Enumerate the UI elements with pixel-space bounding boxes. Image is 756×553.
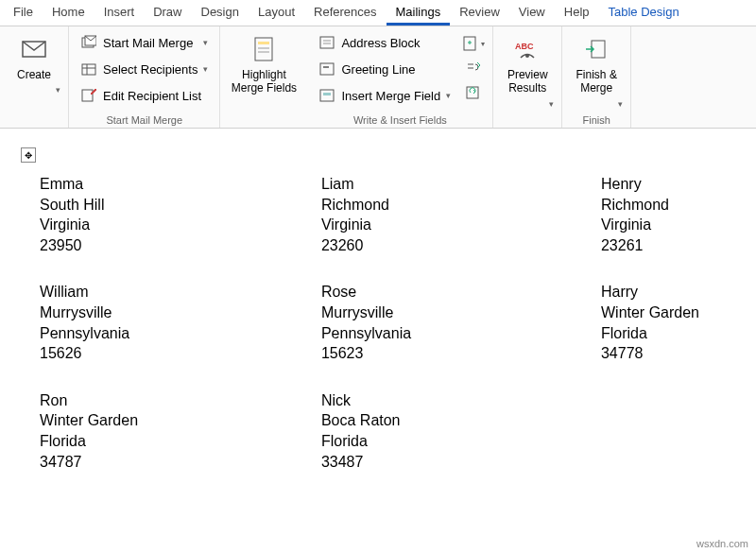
insert-field-icon xyxy=(318,88,335,103)
label-state: Virginia xyxy=(321,215,601,235)
insert-merge-field-button[interactable]: Insert Merge Field ▾ xyxy=(313,83,456,108)
tab-home[interactable]: Home xyxy=(43,1,94,25)
label-city: Murrysville xyxy=(321,302,601,323)
labels-column-1: Emma South Hill Virginia 23950 William M… xyxy=(40,174,321,472)
address-block-label: Address Block xyxy=(341,36,420,50)
svg-text:ABC: ABC xyxy=(515,42,534,51)
label-zip: 23950 xyxy=(40,235,321,256)
label-city: Winter Garden xyxy=(40,410,321,431)
highlight-label: Highlight Merge Fields xyxy=(228,68,300,95)
label-state: Florida xyxy=(321,431,601,452)
preview-results-button[interactable]: ABC Preview Results ▾ xyxy=(499,30,556,112)
label-name: William xyxy=(40,282,321,302)
select-recipients-label: Select Recipients xyxy=(103,62,198,77)
svg-rect-19 xyxy=(467,87,478,98)
ribbon-group-create: Create ▾ xyxy=(0,26,69,128)
create-envelopes-button[interactable]: Create ▾ xyxy=(6,30,62,98)
label-zip: 15623 xyxy=(321,343,601,364)
tab-layout[interactable]: Layout xyxy=(249,1,304,25)
tab-table-design[interactable]: Table Design xyxy=(599,1,689,25)
labels-column-3: Henry Richmond Virginia 23261 Harry Wint… xyxy=(601,174,741,472)
ribbon-group-start-merge: Start Mail Merge ▾ Select Recipients ▾ E… xyxy=(69,26,220,128)
tab-references[interactable]: References xyxy=(304,1,386,25)
match-fields-icon xyxy=(465,60,482,77)
start-mail-merge-label: Start Mail Merge xyxy=(103,36,193,50)
svg-rect-17 xyxy=(323,93,331,95)
rules-button[interactable]: ▾ xyxy=(462,32,485,55)
finish-label: Finish & Merge xyxy=(570,68,623,95)
label-city: Richmond xyxy=(321,195,601,216)
address-block-button[interactable]: Address Block xyxy=(313,30,456,55)
watermark: wsxdn.com xyxy=(696,538,748,549)
label-state: Florida xyxy=(40,431,321,452)
address-block-icon xyxy=(318,35,335,50)
document-area: ✥ Emma South Hill Virginia 23950 William… xyxy=(21,147,756,553)
label-block: Rose Murrysville Pennsylvania 15623 xyxy=(321,282,601,363)
ribbon-group-highlight: Highlight Merge Fields xyxy=(220,26,307,128)
chevron-down-icon: ▾ xyxy=(481,40,485,48)
label-city: Boca Raton xyxy=(321,410,601,431)
finish-icon xyxy=(584,34,609,64)
label-state: Virginia xyxy=(40,215,321,235)
label-state: Pennsylvania xyxy=(40,323,321,344)
label-zip: 33487 xyxy=(321,452,601,473)
svg-rect-11 xyxy=(320,37,334,48)
label-name: Henry xyxy=(601,174,741,195)
svg-rect-7 xyxy=(255,38,272,60)
label-name: Emma xyxy=(40,174,321,195)
tab-review[interactable]: Review xyxy=(450,1,509,25)
ribbon-group-fields: Address Block Greeting Line Insert Merge… xyxy=(307,26,493,128)
edit-recipient-list-button[interactable]: Edit Recipient List xyxy=(75,83,214,108)
tab-draw[interactable]: Draw xyxy=(144,1,191,25)
finish-group-label: Finish xyxy=(568,112,625,126)
label-name: Rose xyxy=(321,282,601,302)
label-city: Richmond xyxy=(601,195,741,216)
label-block: Harry Winter Garden Florida 34778 xyxy=(601,282,741,363)
tab-insert[interactable]: Insert xyxy=(94,1,145,25)
recipients-icon xyxy=(80,61,97,77)
label-name: Liam xyxy=(321,174,601,195)
svg-rect-8 xyxy=(258,42,269,44)
finish-merge-button[interactable]: Finish & Merge ▾ xyxy=(568,30,625,112)
tab-help[interactable]: Help xyxy=(555,1,599,25)
tab-design[interactable]: Design xyxy=(192,1,249,25)
start-mail-merge-button[interactable]: Start Mail Merge ▾ xyxy=(75,30,214,55)
label-zip: 15626 xyxy=(40,343,321,364)
chevron-down-icon: ▾ xyxy=(618,99,623,109)
chevron-down-icon: ▾ xyxy=(203,38,208,47)
label-block: Liam Richmond Virginia 23260 xyxy=(321,174,601,255)
ribbon: Create ▾ Start Mail Merge ▾ Sel xyxy=(0,26,756,129)
greeting-line-button[interactable]: Greeting Line xyxy=(313,57,456,81)
greeting-line-label: Greeting Line xyxy=(341,62,415,77)
highlight-merge-fields-button[interactable]: Highlight Merge Fields xyxy=(226,30,301,99)
label-zip: 34787 xyxy=(40,452,321,473)
tab-file[interactable]: File xyxy=(4,1,43,25)
table-move-handle[interactable]: ✥ xyxy=(21,147,36,163)
tab-mailings[interactable]: Mailings xyxy=(387,1,451,26)
label-state: Florida xyxy=(601,323,741,344)
label-city: South Hill xyxy=(40,195,321,216)
label-name: Harry xyxy=(601,282,741,302)
menu-tabs: File Home Insert Draw Design Layout Refe… xyxy=(0,0,756,26)
chevron-down-icon: ▾ xyxy=(549,99,554,109)
update-labels-button[interactable] xyxy=(462,81,485,104)
label-city: Murrysville xyxy=(40,302,321,323)
label-block: Henry Richmond Virginia 23261 xyxy=(601,174,741,255)
label-block: Emma South Hill Virginia 23950 xyxy=(40,174,321,255)
label-zip: 34778 xyxy=(601,343,741,364)
tab-view[interactable]: View xyxy=(509,1,555,25)
greeting-line-icon xyxy=(318,61,335,77)
insert-merge-field-label: Insert Merge Field xyxy=(341,89,440,103)
update-labels-icon xyxy=(465,84,482,101)
svg-rect-6 xyxy=(82,90,93,101)
label-block: Nick Boca Raton Florida 33487 xyxy=(321,390,601,472)
label-city: Winter Garden xyxy=(601,302,741,323)
labels-table[interactable]: Emma South Hill Virginia 23950 William M… xyxy=(40,174,741,472)
fields-group-label: Write & Insert Fields xyxy=(313,112,487,126)
start-merge-group-label: Start Mail Merge xyxy=(75,112,214,126)
label-zip: 23261 xyxy=(601,235,741,256)
label-state: Virginia xyxy=(601,215,741,235)
match-fields-button[interactable] xyxy=(462,57,485,79)
select-recipients-button[interactable]: Select Recipients ▾ xyxy=(75,57,214,81)
create-label: Create xyxy=(17,68,51,81)
